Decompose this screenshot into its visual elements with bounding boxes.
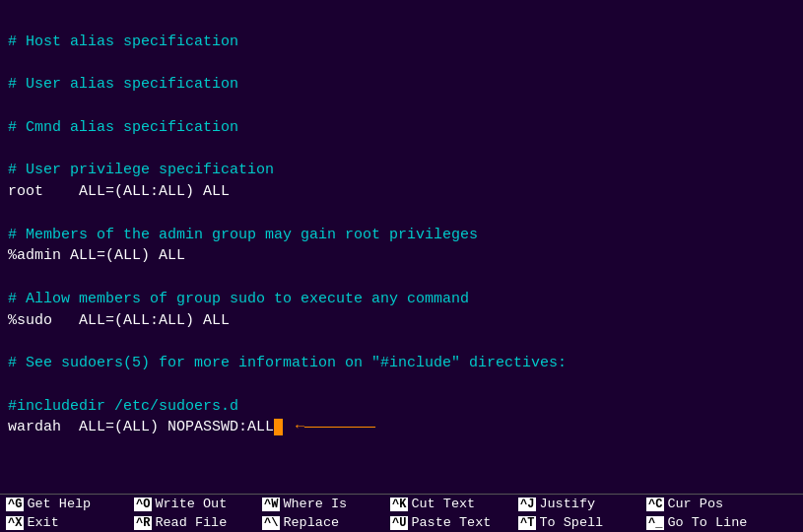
- editor-line: %sudo ALL=(ALL:ALL) ALL: [8, 310, 795, 332]
- shortcut-label: Cur Pos: [667, 497, 723, 511]
- shortcut-key: ^J: [518, 498, 536, 511]
- editor-line: [8, 10, 795, 32]
- shortcut-label: Replace: [283, 515, 339, 530]
- shortcut-key: ^X: [6, 516, 24, 530]
- editor-line: # Host alias specification: [8, 32, 795, 53]
- shortcut-item-1-0[interactable]: ^XExit: [0, 513, 128, 532]
- shortcut-item-1-1[interactable]: ^RRead File: [128, 513, 256, 532]
- editor-line: [8, 374, 795, 396]
- editor-line: [8, 96, 795, 117]
- shortcut-label: Exit: [27, 515, 58, 530]
- shortcut-item-1-5[interactable]: ^_Go To Line: [640, 513, 769, 532]
- editor-line: #includedir /etc/sudoers.d: [8, 396, 795, 418]
- editor-line: [8, 203, 795, 225]
- shortcut-item-0-4[interactable]: ^JJustify: [512, 495, 640, 513]
- shortcut-row-1: ^XExit^RRead File^\Replace^UPaste Text^T…: [0, 513, 803, 532]
- shortcut-label: To Spell: [539, 515, 603, 530]
- shortcut-key: ^T: [518, 516, 536, 530]
- shortcut-item-1-3[interactable]: ^UPaste Text: [384, 513, 512, 532]
- shortcut-item-0-3[interactable]: ^KCut Text: [384, 495, 512, 513]
- shortcut-row-0: ^GGet Help^OWrite Out^WWhere Is^KCut Tex…: [0, 495, 803, 513]
- shortcut-label: Write Out: [155, 497, 227, 511]
- shortcut-key: ^_: [646, 516, 664, 530]
- editor-area[interactable]: # Host alias specification # User alias …: [0, 6, 803, 494]
- editor-line: # User privilege specification: [8, 160, 795, 181]
- shortcut-item-0-1[interactable]: ^OWrite Out: [128, 495, 256, 513]
- editor-line: %admin ALL=(ALL) ALL: [8, 245, 795, 267]
- shortcut-label: Cut Text: [411, 497, 475, 511]
- shortcut-bar: ^GGet Help^OWrite Out^WWhere Is^KCut Tex…: [0, 494, 803, 532]
- shortcut-key: ^K: [390, 498, 408, 511]
- terminal: # Host alias specification # User alias …: [0, 0, 803, 532]
- shortcut-key: ^R: [134, 516, 152, 530]
- editor-line: [8, 331, 795, 353]
- shortcut-label: Get Help: [27, 497, 91, 511]
- editor-line: [8, 267, 795, 289]
- shortcut-item-0-0[interactable]: ^GGet Help: [0, 495, 128, 513]
- editor-line: [8, 139, 795, 161]
- shortcut-key: ^U: [390, 516, 408, 530]
- editor-line: [8, 53, 795, 75]
- shortcut-label: Paste Text: [411, 515, 491, 530]
- shortcut-label: Read File: [155, 515, 227, 530]
- shortcut-key: ^W: [262, 498, 280, 511]
- shortcut-item-0-2[interactable]: ^WWhere Is: [256, 495, 384, 513]
- shortcut-label: Justify: [539, 497, 595, 511]
- shortcut-key: ^\: [262, 516, 280, 530]
- shortcut-key: ^O: [134, 498, 152, 511]
- shortcut-key: ^C: [646, 498, 664, 511]
- shortcut-item-0-5[interactable]: ^CCur Pos: [640, 495, 769, 513]
- shortcut-label: Where Is: [283, 497, 347, 511]
- editor-line: wardah ALL=(ALL) NOPASSWD:ALL ←————————: [8, 417, 795, 438]
- shortcut-key: ^G: [6, 498, 24, 511]
- editor-line: # User alias specification: [8, 74, 795, 96]
- editor-line: root ALL=(ALL:ALL) ALL: [8, 181, 795, 203]
- shortcut-item-1-4[interactable]: ^TTo Spell: [512, 513, 640, 532]
- editor-line: # See sudoers(5) for more information on…: [8, 353, 795, 374]
- editor-line: # Cmnd alias specification: [8, 117, 795, 139]
- editor-line: # Members of the admin group may gain ro…: [8, 225, 795, 246]
- shortcut-item-1-2[interactable]: ^\Replace: [256, 513, 384, 532]
- editor-line: # Allow members of group sudo to execute…: [8, 289, 795, 310]
- shortcut-label: Go To Line: [667, 515, 747, 530]
